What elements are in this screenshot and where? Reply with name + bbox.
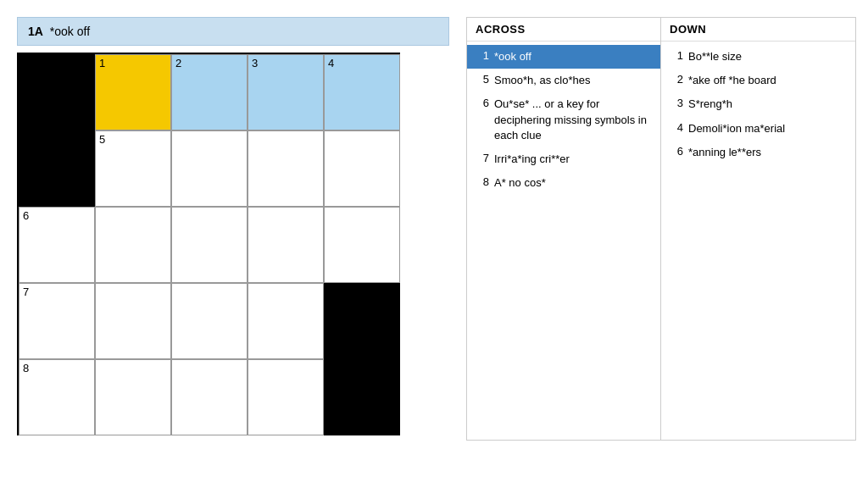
cell-number: 2 — [175, 58, 181, 69]
grid-cell-r2-c1[interactable] — [95, 207, 171, 283]
cell-number: 6 — [23, 210, 29, 221]
grid-cell-r2-c4[interactable] — [324, 207, 400, 283]
clue-text: *ook off — [494, 49, 652, 64]
left-panel: 1A *ook off 12345678 — [17, 17, 449, 435]
down-clue-2[interactable]: 2*ake off *he board — [661, 69, 855, 92]
clue-number: 6 — [670, 145, 683, 158]
grid-cell-r3-c0[interactable]: 7 — [19, 283, 95, 359]
across-clue-5[interactable]: 5Smoo*h, as clo*hes — [467, 69, 660, 92]
cell-number: 1 — [99, 58, 105, 69]
clue-header-number: 1A — [28, 25, 43, 38]
crossword-grid: 12345678 — [17, 53, 400, 435]
grid-cell-r3-c2[interactable] — [171, 283, 248, 359]
grid-cell-r4-c2[interactable] — [171, 359, 248, 435]
down-clue-1[interactable]: 1Bo**le size — [661, 45, 855, 69]
grid-cell-r1-c2[interactable] — [171, 130, 248, 207]
grid-cell-r4-c4[interactable] — [324, 359, 400, 435]
down-clue-4[interactable]: 4Demoli*ion ma*erial — [661, 117, 855, 141]
clue-text: Smoo*h, as clo*hes — [494, 73, 652, 88]
grid-cell-r4-c3[interactable] — [248, 359, 324, 435]
cell-number: 5 — [99, 134, 105, 145]
grid-cell-r1-c0[interactable] — [19, 130, 95, 207]
clue-text: S*reng*h — [688, 97, 847, 112]
clue-number: 5 — [476, 73, 489, 86]
grid-cell-r2-c0[interactable]: 6 — [19, 207, 95, 283]
grid-cell-r0-c4[interactable]: 4 — [324, 54, 400, 130]
grid-cell-r1-c4[interactable] — [324, 130, 400, 207]
clue-text: Irri*a*ing cri**er — [494, 152, 652, 167]
grid-cell-r4-c1[interactable] — [95, 359, 171, 435]
clue-text: *ake off *he board — [688, 73, 847, 88]
cell-number: 3 — [252, 58, 258, 69]
clue-header-text: *ook off — [50, 25, 90, 38]
clue-number: 7 — [476, 152, 489, 164]
across-clue-1[interactable]: 1*ook off — [467, 45, 660, 69]
clue-number: 3 — [670, 97, 683, 109]
clue-number: 6 — [476, 97, 489, 109]
down-panel: DOWN 1Bo**le size2*ake off *he board3S*r… — [661, 17, 856, 441]
clue-text: *anning le**ers — [688, 145, 847, 160]
grid-cell-r2-c2[interactable] — [171, 207, 248, 283]
grid-cell-r2-c3[interactable] — [248, 207, 324, 283]
across-clue-list: 1*ook off5Smoo*h, as clo*hes6Ou*se* ... … — [467, 42, 660, 440]
across-header: ACROSS — [467, 18, 660, 42]
clue-text: Demoli*ion ma*erial — [688, 121, 847, 136]
grid-cell-r0-c0[interactable] — [19, 54, 95, 130]
cell-number: 8 — [23, 363, 29, 374]
grid-cell-r1-c1[interactable]: 5 — [95, 130, 171, 207]
clue-text: Bo**le size — [688, 49, 847, 64]
down-header: DOWN — [661, 18, 855, 42]
grid-cell-r3-c4[interactable] — [324, 283, 400, 359]
clue-number: 8 — [476, 175, 489, 188]
clue-number: 4 — [670, 121, 683, 134]
cell-number: 7 — [23, 286, 29, 297]
grid-cell-r1-c3[interactable] — [248, 130, 324, 207]
down-clue-3[interactable]: 3S*reng*h — [661, 92, 855, 116]
across-clue-8[interactable]: 8A* no cos* — [467, 171, 660, 195]
across-clue-7[interactable]: 7Irri*a*ing cri**er — [467, 147, 660, 171]
grid-cell-r3-c3[interactable] — [248, 283, 324, 359]
clue-header: 1A *ook off — [17, 17, 449, 46]
down-clue-list: 1Bo**le size2*ake off *he board3S*reng*h… — [661, 42, 855, 440]
clue-number: 1 — [476, 49, 489, 62]
grid-cell-r0-c1[interactable]: 1 — [95, 54, 171, 130]
grid-cell-r4-c0[interactable]: 8 — [19, 359, 95, 435]
clue-number: 2 — [670, 73, 683, 86]
grid-cell-r0-c2[interactable]: 2 — [171, 54, 248, 130]
clue-number: 1 — [670, 49, 683, 62]
clues-panels: ACROSS 1*ook off5Smoo*h, as clo*hes6Ou*s… — [466, 17, 856, 441]
clue-text: Ou*se* ... or a key for deciphering miss… — [494, 97, 652, 143]
grid-cell-r0-c3[interactable]: 3 — [248, 54, 324, 130]
clue-text: A* no cos* — [494, 175, 652, 191]
grid-cell-r3-c1[interactable] — [95, 283, 171, 359]
across-clue-6[interactable]: 6Ou*se* ... or a key for deciphering mis… — [467, 92, 660, 147]
across-panel: ACROSS 1*ook off5Smoo*h, as clo*hes6Ou*s… — [466, 17, 661, 441]
cell-number: 4 — [328, 58, 334, 69]
down-clue-6[interactable]: 6*anning le**ers — [661, 141, 855, 164]
